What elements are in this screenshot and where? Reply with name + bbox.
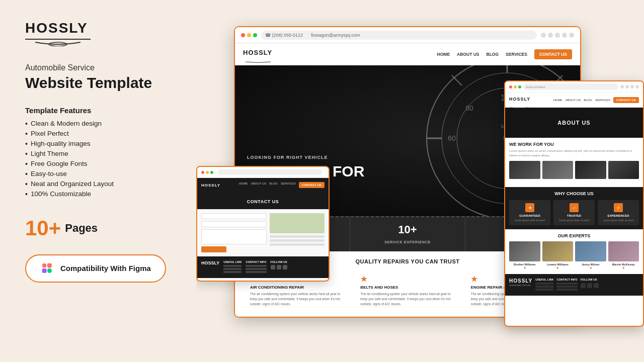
expert-img-1 (509, 241, 540, 261)
trusted-icon: ✓ (570, 203, 579, 212)
nav-services[interactable]: SERVICES (506, 52, 527, 57)
expert-icon-2: ★ (542, 266, 574, 270)
contact-info-col (270, 213, 325, 252)
footer-col-line (223, 265, 242, 267)
expert-3: Jenny Wilson ★ (575, 241, 606, 270)
pages-count-row: 10+ Pages (25, 216, 171, 240)
cnav-home: HOME (239, 182, 248, 188)
expert-4: Marvin McKinney ★ (608, 241, 639, 270)
about-dots (509, 85, 521, 88)
expert-img-4 (608, 241, 639, 261)
footer-col-line (246, 268, 266, 270)
expert-icon-4: ★ (608, 266, 639, 270)
cnav-about: ABOUT US (251, 182, 267, 188)
expert-img-3 (575, 241, 606, 261)
about-chrome-bar: hossly.com/about (505, 81, 643, 93)
service-card-belts: BELTS AND HOSES The air conditioning sys… (355, 270, 459, 311)
url-email: fixwagon@armyspy.com (311, 33, 360, 38)
stat-service-exp: 10+ SERVICE EXPERIENCE (350, 217, 465, 251)
dot-green (253, 33, 257, 37)
browser-chrome-bar: ☎ (208) 555-0112 fixwagon@armyspy.com (235, 27, 580, 43)
about-nav-links: HOME ABOUT US BLOG SERVICES CONTACT US (553, 97, 639, 103)
logo-underline (25, 37, 91, 46)
url-phone: ☎ (208) 555-0112 (265, 33, 303, 38)
service-desc-ac: The air conditioning system your vehicle… (250, 292, 344, 306)
about-footer: HOSSLY Automobile Service USEFUL LINK CO… (505, 274, 643, 296)
why-choose-section: WHY CHOOSE US ★ GUARANTEES Lorem ipsum d… (505, 187, 643, 229)
about-footer-logo: HOSSLY (509, 278, 532, 284)
contact-info-line-2 (270, 239, 325, 242)
footer-logo: HOSSLY (201, 260, 219, 265)
feature-item: High-quality images (25, 140, 171, 148)
feature-item: Easy-to-use (25, 170, 171, 178)
svg-point-7 (47, 268, 52, 273)
contact-page-title: CONTACT US (247, 199, 279, 204)
svg-text:60: 60 (448, 134, 456, 142)
expert-img-2 (542, 241, 574, 261)
footer-cols: USEFUL LINK CONTACT INFO FOLLOW US (223, 260, 325, 274)
adot-g (518, 85, 521, 88)
subtitle: Automobile Service (25, 63, 171, 72)
why-title: WHY CHOOSE US (509, 191, 639, 196)
main-title: Website Template (25, 74, 171, 92)
about-footer-cols: USEFUL LINK CONTACT INFO FOLLOW US (535, 278, 639, 292)
why-card-title-1: GUARANTEES (511, 214, 548, 217)
afc-title-3: FOLLOW US (581, 278, 599, 281)
figma-icon (40, 261, 54, 276)
about-section-sub: Lorem ipsum dolor sit amet, consectetur … (509, 149, 639, 158)
about-img-1 (509, 161, 540, 179)
features-list: Clean & Modern design Pixel Perfect High… (25, 120, 171, 200)
why-card-title-2: TRUSTED (555, 214, 593, 217)
nav-home[interactable]: HOME (437, 52, 450, 57)
feature-item: Pixel Perfect (25, 130, 171, 138)
figma-badge[interactable]: Compatibility With Figma (25, 254, 166, 283)
about-footer-social (581, 283, 599, 288)
cdot-y (206, 171, 209, 174)
about-hero-title: ABOUT US (557, 120, 590, 126)
contact-chrome-bar (197, 167, 329, 178)
why-card-trusted: ✓ TRUSTED Lorem ipsum dolor sit amet (553, 200, 595, 225)
nav-blog[interactable]: BLOG (487, 52, 499, 57)
about-img-3 (575, 161, 606, 179)
ctrl-5 (569, 33, 574, 38)
about-img-4 (608, 161, 639, 179)
experts-title: OUR EXPERTS (509, 233, 639, 238)
footer-col-line (246, 271, 266, 273)
footer-col-title-1: USEFUL LINK (223, 260, 242, 263)
footer-col-title-2: CONTACT INFO (246, 260, 266, 263)
anav-about: ABOUT US (566, 99, 581, 102)
ctrl-2 (548, 33, 553, 38)
why-cards: ★ GUARANTEES Lorem ipsum dolor sit amet … (509, 200, 639, 225)
contact-info-line-1 (270, 235, 325, 238)
adot-r (509, 85, 512, 88)
contact-submit-btn[interactable] (201, 246, 226, 252)
contact-url-bar (218, 169, 322, 175)
cnav-services: SERVICES (281, 182, 296, 188)
pages-label: Pages (65, 222, 98, 235)
cnav-blog: BLOG (269, 182, 278, 188)
nav-contact-cta[interactable]: CONTACT US (534, 49, 572, 59)
footer-col-2: CONTACT INFO (246, 260, 266, 274)
feature-item: Free Google Fonts (25, 160, 171, 168)
feature-item: Clean & Modern design (25, 120, 171, 128)
about-hero-section: ABOUT US (505, 108, 643, 138)
site-logo: HOSSLY (243, 49, 273, 59)
social-icon (283, 265, 287, 269)
contact-footer: HOSSLY USEFUL LINK CONTACT INFO FOLLOW U… (197, 256, 329, 278)
social-icon (277, 265, 281, 269)
dot-yellow (247, 33, 251, 37)
ctrl-4 (562, 33, 567, 38)
contact-body (197, 209, 329, 256)
dot-red (241, 33, 245, 37)
service-icon-engine (471, 276, 478, 283)
contact-input-1 (201, 213, 267, 219)
ctrl-1 (541, 33, 546, 38)
anav-blog: BLOG (584, 99, 592, 102)
browser-controls (541, 33, 574, 38)
contact-dots (201, 171, 213, 174)
about-page-nav: HOSSLY HOME ABOUT US BLOG SERVICES CONTA… (505, 93, 643, 108)
experts-section: OUR EXPERTS Brother Williams ★ Lowery Wi… (505, 229, 643, 274)
nav-about[interactable]: ABOUT US (457, 52, 479, 57)
figma-label: Compatibility With Figma (60, 264, 151, 273)
anav-services: SERVICES (595, 99, 610, 102)
